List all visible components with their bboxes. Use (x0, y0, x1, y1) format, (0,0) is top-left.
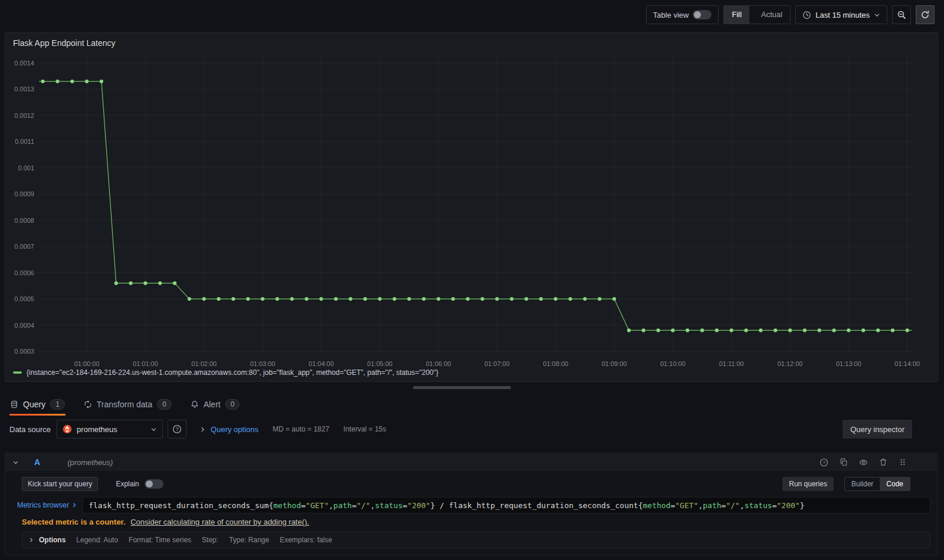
svg-text:01:09:00: 01:09:00 (602, 360, 627, 366)
table-view-label: Table view (653, 11, 689, 19)
svg-text:0.0014: 0.0014 (14, 60, 34, 67)
svg-text:01:02:00: 01:02:00 (191, 360, 217, 366)
delete-query-icon[interactable] (879, 458, 887, 466)
svg-text:01:12:00: 01:12:00 (778, 360, 803, 366)
svg-text:?: ? (822, 460, 825, 465)
query-expression[interactable]: flask_http_request_duration_seconds_sum{… (83, 497, 930, 513)
svg-text:0.0008: 0.0008 (14, 217, 34, 224)
kick-start-query-button[interactable]: Kick start your query (22, 477, 98, 491)
query-ref-id: A (34, 457, 40, 467)
explain-label: Explain (116, 480, 139, 488)
svg-text:0.0006: 0.0006 (14, 269, 34, 276)
datasource-row: Data source prometheus ? Query options M… (9, 420, 912, 439)
datasource-label: Data source (9, 425, 51, 434)
tab-alert-count-badge: 0 (225, 399, 240, 410)
database-icon (10, 400, 18, 409)
svg-text:0.0005: 0.0005 (14, 295, 34, 302)
refresh-button[interactable] (916, 5, 935, 24)
options-row[interactable]: Options Legend: Auto Format: Time series… (22, 532, 930, 548)
time-range-picker[interactable]: Last 15 minutes (795, 5, 887, 24)
datasource-value: prometheus (77, 425, 117, 434)
explain-toggle[interactable] (145, 479, 163, 489)
svg-text:01:05:00: 01:05:00 (367, 360, 392, 366)
legend-item[interactable]: {instance="ec2-184-169-216-224.us-west-1… (13, 368, 438, 377)
table-view-control[interactable]: Table view (646, 5, 719, 24)
svg-text:01:01:00: 01:01:00 (133, 360, 158, 366)
max-data-points-text: MD = auto = 1827 (273, 425, 329, 433)
query-help-icon[interactable]: ? (820, 458, 828, 467)
query-datasource-hint: (prometheus) (67, 458, 113, 467)
builder-option[interactable]: Builder (845, 477, 880, 490)
query-editor-card: A (prometheus) ? Kick start your query E… (5, 453, 938, 556)
query-options-toggle[interactable]: Query options (211, 425, 258, 434)
datasource-help-button[interactable]: ? (168, 420, 186, 439)
tab-query-count-badge: 1 (50, 399, 65, 410)
svg-text:01:03:00: 01:03:00 (250, 360, 276, 366)
svg-text:01:14:00: 01:14:00 (894, 360, 920, 366)
query-row-header[interactable]: A (prometheus) ? (5, 453, 938, 471)
editor-tabs: Query 1 Transform data 0 Alert 0 (9, 393, 240, 416)
legend-series-swatch-icon (13, 371, 22, 374)
table-view-toggle[interactable] (693, 10, 712, 19)
options-label: Options (39, 536, 65, 544)
toggle-visibility-icon[interactable] (859, 458, 868, 467)
legend-series-label: {instance="ec2-184-169-216-224.us-west-1… (27, 368, 438, 377)
bell-icon (191, 400, 199, 409)
query-row-actions: ? (820, 458, 907, 467)
actual-option[interactable]: Actual (753, 6, 790, 24)
drag-handle-icon[interactable] (899, 458, 907, 466)
query-toolbar-row: Kick start your query Explain Run querie… (22, 477, 910, 491)
chevron-right-icon (199, 426, 206, 433)
svg-text:01:10:00: 01:10:00 (660, 360, 686, 366)
time-series-panel: 0.00140.00130.00120.00110.0010.00090.000… (5, 32, 938, 382)
fill-option[interactable]: Fill (724, 6, 749, 24)
pane-resize-handle[interactable] (413, 386, 511, 389)
svg-text:0.001: 0.001 (18, 164, 34, 172)
tab-query-label: Query (23, 400, 45, 409)
toggle-knob (146, 480, 153, 487)
tab-transform-label: Transform data (97, 400, 152, 409)
svg-text:0.0011: 0.0011 (15, 138, 34, 145)
expression-row: Metrics browser flask_http_request_durat… (12, 497, 930, 513)
chevron-right-icon[interactable] (28, 537, 34, 543)
time-range-label: Last 15 minutes (815, 11, 870, 19)
collapse-chevron-icon[interactable] (12, 459, 19, 466)
tab-transform-data[interactable]: Transform data 0 (83, 393, 172, 416)
toggle-knob (694, 11, 701, 18)
run-queries-button[interactable]: Run queries (782, 477, 834, 491)
tab-alert[interactable]: Alert 0 (190, 393, 240, 416)
svg-text:01:11:00: 01:11:00 (719, 360, 744, 366)
query-inspector-button[interactable]: Query inspector (843, 420, 912, 439)
datasource-picker[interactable]: prometheus (57, 420, 163, 439)
panel-title: Flask App Endpoint Latency (13, 38, 116, 48)
svg-text:0.0007: 0.0007 (14, 243, 34, 250)
zoom-out-icon (897, 10, 906, 19)
interval-text: Interval = 15s (343, 425, 386, 433)
duplicate-query-icon[interactable] (840, 458, 848, 466)
svg-text:0.0012: 0.0012 (14, 112, 34, 119)
warning-hint-link[interactable]: Consider calculating rate of counter by … (130, 518, 309, 526)
svg-text:01:04:00: 01:04:00 (309, 360, 334, 366)
query-editor-body: Kick start your query Explain Run querie… (5, 471, 938, 555)
chevron-down-icon (874, 12, 880, 18)
zoom-out-button[interactable] (892, 5, 911, 24)
svg-text:01:00:00: 01:00:00 (74, 360, 100, 366)
prometheus-icon (63, 424, 72, 434)
option-format: Format: Time series (129, 536, 191, 544)
svg-text:01:06:00: 01:06:00 (426, 360, 451, 366)
warning-text: Selected metric is a counter. (22, 518, 126, 526)
builder-code-switch: Builder Code (844, 477, 910, 491)
metrics-browser-toggle[interactable]: Metrics browser (12, 501, 77, 509)
fill-actual-switch: Fill Actual (723, 5, 791, 24)
clock-icon (802, 11, 811, 19)
code-option[interactable]: Code (880, 477, 910, 490)
svg-text:0.0009: 0.0009 (14, 190, 34, 197)
panel-editor-toolbar: Table view Fill Actual Last 15 minutes (0, 0, 944, 29)
refresh-icon (920, 10, 930, 19)
svg-text:01:07:00: 01:07:00 (484, 360, 510, 366)
metrics-browser-label: Metrics browser (17, 501, 69, 509)
option-step: Step: (202, 536, 218, 544)
tab-query[interactable]: Query 1 (9, 393, 65, 416)
svg-text:01:08:00: 01:08:00 (543, 360, 568, 366)
latency-chart[interactable]: 0.00140.00130.00120.00110.0010.00090.000… (5, 33, 939, 366)
